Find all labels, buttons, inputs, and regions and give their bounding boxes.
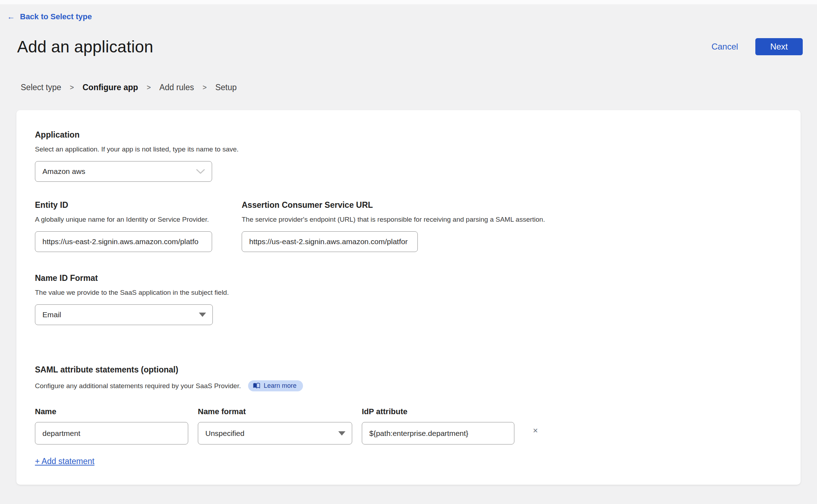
acs-url-section: Assertion Consumer Service URL The servi… — [242, 200, 545, 252]
acs-url-description: The service provider's endpoint (URL) th… — [242, 216, 545, 223]
page-title: Add an application — [17, 37, 153, 56]
statement-idp-input[interactable] — [362, 422, 514, 444]
statement-name-input[interactable] — [35, 422, 188, 444]
entity-id-section: Entity ID A globally unique name for an … — [35, 200, 242, 252]
entity-id-input[interactable] — [35, 231, 212, 252]
entity-id-description: A globally unique name for an Identity o… — [35, 216, 242, 223]
breadcrumb-configure-app: Configure app — [82, 83, 138, 92]
breadcrumb-separator: > — [70, 83, 74, 92]
caret-down-icon — [199, 313, 206, 317]
statement-idp-field: IdP attribute — [362, 407, 514, 444]
statement-idp-label: IdP attribute — [362, 407, 514, 416]
statement-format-label: Name format — [198, 407, 352, 416]
breadcrumb: Select type > Configure app > Add rules … — [0, 83, 817, 92]
learn-more-label: Learn more — [264, 382, 297, 390]
breadcrumb-separator: > — [147, 83, 151, 92]
acs-url-input[interactable] — [242, 231, 418, 252]
cancel-button[interactable]: Cancel — [711, 42, 738, 52]
add-statement-link[interactable]: + Add statement — [35, 457, 94, 466]
saml-attributes-description: Configure any additional statements requ… — [35, 382, 241, 390]
statement-name-label: Name — [35, 407, 188, 416]
entity-id-heading: Entity ID — [35, 200, 242, 210]
next-button[interactable]: Next — [755, 38, 803, 55]
application-heading: Application — [35, 130, 782, 140]
application-description: Select an application. If your app is no… — [35, 145, 782, 153]
saml-statement-row: Name Name format Unspecified IdP attribu… — [35, 407, 782, 444]
application-select-value: Amazon aws — [42, 167, 85, 176]
name-id-format-description: The value we provide to the SaaS applica… — [35, 289, 782, 297]
top-strip — [0, 0, 817, 4]
caret-down-icon — [338, 431, 345, 436]
acs-url-heading: Assertion Consumer Service URL — [242, 200, 545, 210]
book-icon — [253, 383, 260, 389]
back-to-select-type-link[interactable]: ← Back to Select type — [7, 12, 92, 21]
header-actions: Cancel Next — [711, 38, 803, 55]
back-link-label: Back to Select type — [20, 12, 92, 21]
statement-format-field: Name format Unspecified — [198, 407, 352, 444]
breadcrumb-setup: Setup — [215, 83, 237, 92]
saml-attributes-heading: SAML attribute statements (optional) — [35, 365, 782, 375]
application-select[interactable]: Amazon aws — [35, 161, 212, 182]
entity-acs-row: Entity ID A globally unique name for an … — [35, 200, 782, 252]
name-id-format-select[interactable]: Email — [35, 304, 213, 325]
breadcrumb-separator: > — [202, 83, 207, 92]
learn-more-button[interactable]: Learn more — [248, 380, 303, 391]
breadcrumb-add-rules: Add rules — [159, 83, 194, 92]
back-arrow-icon: ← — [7, 12, 15, 21]
breadcrumb-select-type[interactable]: Select type — [21, 83, 61, 92]
statement-name-field: Name — [35, 407, 188, 444]
statement-format-select[interactable]: Unspecified — [198, 422, 352, 444]
name-id-format-section: Name ID Format The value we provide to t… — [35, 273, 782, 325]
name-id-format-heading: Name ID Format — [35, 273, 782, 283]
saml-attributes-section: SAML attribute statements (optional) Con… — [35, 365, 782, 466]
remove-statement-button[interactable]: × — [533, 426, 538, 435]
chevron-down-icon — [196, 169, 205, 175]
application-section: Application Select an application. If yo… — [35, 130, 782, 182]
statement-format-value: Unspecified — [205, 429, 245, 438]
configure-app-card: Application Select an application. If yo… — [16, 110, 801, 485]
name-id-format-value: Email — [42, 310, 61, 319]
